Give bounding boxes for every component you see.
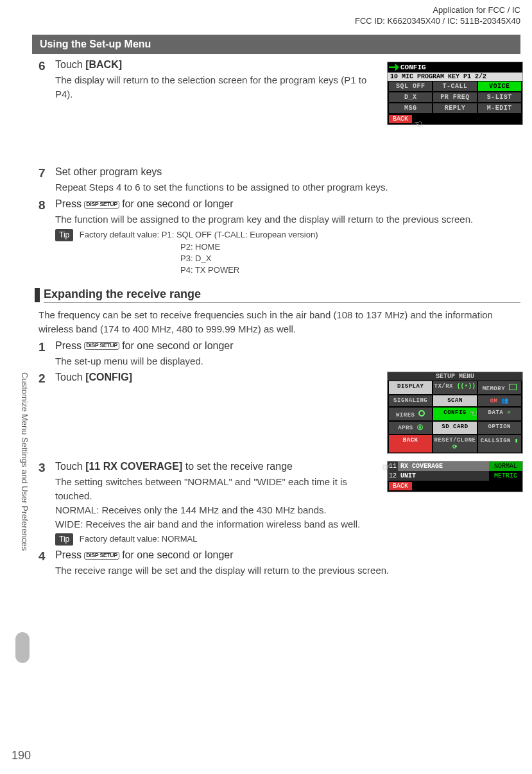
page-header: Application for FCC / IC FCC ID: K662034… <box>0 0 532 27</box>
side-tab-label: Customize Menu Settings and User Prefere… <box>18 372 30 551</box>
tip-text: P2: HOME <box>180 241 520 253</box>
header-line1: Application for FCC / IC <box>0 5 520 16</box>
section-banner: Using the Set-up Menu <box>32 35 520 54</box>
back-button[interactable]: BACK <box>389 115 412 123</box>
touch-cursor-icon <box>415 117 426 128</box>
step-number: 8 <box>39 198 55 212</box>
step-number: 2 <box>39 372 55 386</box>
step-normal: NORMAL: Receives only the 144 MHz and th… <box>101 503 373 517</box>
step-title: Set other program keys <box>55 166 520 178</box>
page-number: 190 <box>12 749 31 762</box>
step-desc: The display will return to the selection… <box>55 73 373 101</box>
step-title: Touch [BACK] <box>55 59 373 71</box>
step-title: Touch [11 RX COVERAGE] to set the receiv… <box>55 461 373 472</box>
touch-cursor-icon <box>468 406 479 418</box>
step-wide: WIDE: Receives the air band and the info… <box>86 517 373 531</box>
tip-text: P3: D_X <box>180 253 520 264</box>
step-title: Touch [CONFIG] <box>55 372 373 383</box>
step-desc: The set-up menu will be displayed. <box>55 354 520 368</box>
tip-text: Factory default value: NORMAL <box>80 534 198 544</box>
step-number: 3 <box>39 461 55 475</box>
disp-key-icon: DISP SETUP <box>84 552 119 560</box>
back-button[interactable]: BACK <box>389 482 412 490</box>
heading-bar-icon <box>35 288 40 302</box>
screenshot-rx-coverage: 11RX COVERAGENORMAL 12UNITMETRIC BACK <box>387 461 523 492</box>
step-title: Press DISP SETUP for one second or longe… <box>55 549 520 561</box>
step-number: 1 <box>39 340 55 354</box>
step-desc: The function will be assigned to the pro… <box>55 212 520 227</box>
paragraph: The frequency can be set to receive freq… <box>39 308 520 336</box>
touch-cursor-icon <box>379 460 390 472</box>
disp-key-icon: DISP SETUP <box>84 201 119 209</box>
arrow-icon <box>389 64 399 71</box>
back-button[interactable]: BACK <box>389 435 432 452</box>
step-desc: Repeat Steps 4 to 6 to set the functions… <box>55 180 520 194</box>
step-desc: The receive range will be set and the di… <box>55 563 520 578</box>
subheading: Expanding the receive range <box>44 288 520 303</box>
screenshot-config-mic-keys: CONFIG 10 MIC PROGRAM KEY P1 2/2 SQL OFF… <box>387 62 523 125</box>
step-number: 4 <box>39 549 55 563</box>
tip-badge: Tip <box>55 229 73 241</box>
tip-badge: Tip <box>55 533 73 546</box>
side-tab-pill-icon <box>15 632 30 663</box>
step-number: 7 <box>39 166 55 180</box>
step-number: 6 <box>39 59 55 73</box>
tip-text: Factory default value: P1: SQL OFF (T-CA… <box>80 230 318 239</box>
header-line2: FCC ID: K6620345X40 / IC: 511B-20345X40 <box>0 16 520 27</box>
screenshot-setup-menu: SETUP MENU DISPLAYTX/RX ((•))MEMORY SIGN… <box>387 372 523 454</box>
step-desc: The setting switches between "NORMAL" an… <box>55 475 373 503</box>
tip-text: P4: TX POWER <box>180 264 520 276</box>
step-title: Press DISP SETUP for one second or longe… <box>55 340 520 352</box>
disp-key-icon: DISP SETUP <box>84 342 119 350</box>
step-title: Press DISP SETUP for one second or longe… <box>55 198 520 210</box>
